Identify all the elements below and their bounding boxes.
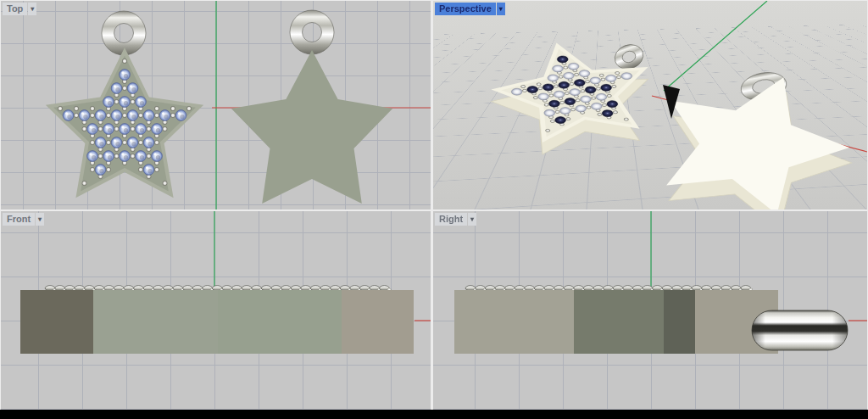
pendant-side-profile[interactable] — [454, 290, 778, 354]
top-view-canvas — [1, 1, 431, 210]
viewport-front[interactable]: Front ▾ — [1, 211, 431, 410]
viewport-label-perspective[interactable]: Perspective ▾ — [435, 3, 505, 15]
pave-star-pendant[interactable] — [46, 47, 203, 198]
front-view-canvas — [1, 211, 431, 410]
viewport-label-front[interactable]: Front ▾ — [3, 213, 44, 226]
viewport-top[interactable]: Top ▾ — [1, 1, 431, 210]
pendant-side-profile[interactable] — [20, 290, 414, 354]
viewport-label-top[interactable]: Top ▾ — [3, 3, 36, 15]
viewport-label-right[interactable]: Right ▾ — [435, 213, 476, 226]
viewport-title[interactable]: Perspective — [435, 3, 496, 15]
pendant-bail-ring[interactable] — [102, 11, 146, 55]
viewport-perspective[interactable]: Perspective ▾ — [433, 1, 867, 210]
viewport-title[interactable]: Front — [3, 213, 35, 226]
viewport-title[interactable]: Top — [3, 3, 27, 15]
cad-application-window: Top ▾ — [0, 0, 868, 419]
chevron-down-icon[interactable]: ▾ — [28, 3, 36, 15]
screen-letterbox — [0, 410, 868, 419]
bail-ring-side[interactable] — [752, 310, 848, 350]
right-view-canvas — [433, 211, 867, 410]
chevron-down-icon[interactable]: ▾ — [497, 3, 505, 15]
viewport-title[interactable]: Right — [435, 213, 467, 226]
chevron-down-icon[interactable]: ▾ — [36, 213, 44, 226]
pendant-bail-ring[interactable] — [290, 10, 334, 54]
viewport-right[interactable]: Right ▾ — [433, 211, 867, 410]
perspective-view-canvas — [433, 1, 867, 210]
plain-star-pendant[interactable] — [231, 50, 392, 204]
chevron-down-icon[interactable]: ▾ — [468, 213, 476, 226]
